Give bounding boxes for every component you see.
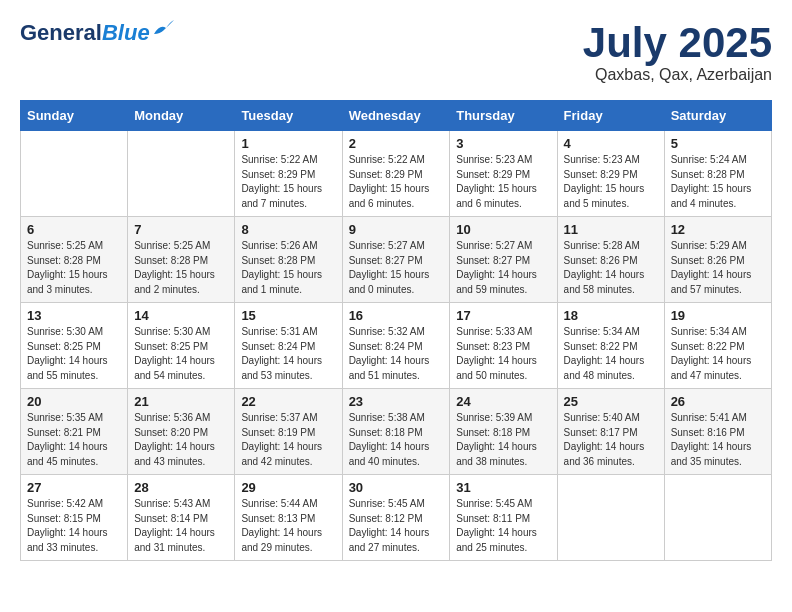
cell-info: Sunrise: 5:22 AM Sunset: 8:29 PM Dayligh…: [349, 153, 444, 211]
day-number: 2: [349, 136, 444, 151]
calendar-cell: 4Sunrise: 5:23 AM Sunset: 8:29 PM Daylig…: [557, 131, 664, 217]
calendar-cell: 14Sunrise: 5:30 AM Sunset: 8:25 PM Dayli…: [128, 303, 235, 389]
cell-info: Sunrise: 5:30 AM Sunset: 8:25 PM Dayligh…: [27, 325, 121, 383]
cell-info: Sunrise: 5:30 AM Sunset: 8:25 PM Dayligh…: [134, 325, 228, 383]
calendar-cell: [21, 131, 128, 217]
calendar-cell: [664, 475, 771, 561]
calendar-cell: 28Sunrise: 5:43 AM Sunset: 8:14 PM Dayli…: [128, 475, 235, 561]
calendar-cell: 16Sunrise: 5:32 AM Sunset: 8:24 PM Dayli…: [342, 303, 450, 389]
calendar-cell: 26Sunrise: 5:41 AM Sunset: 8:16 PM Dayli…: [664, 389, 771, 475]
day-number: 23: [349, 394, 444, 409]
calendar-cell: 7Sunrise: 5:25 AM Sunset: 8:28 PM Daylig…: [128, 217, 235, 303]
cell-info: Sunrise: 5:26 AM Sunset: 8:28 PM Dayligh…: [241, 239, 335, 297]
day-number: 31: [456, 480, 550, 495]
month-title: July 2025: [583, 20, 772, 66]
cell-info: Sunrise: 5:22 AM Sunset: 8:29 PM Dayligh…: [241, 153, 335, 211]
calendar-cell: 3Sunrise: 5:23 AM Sunset: 8:29 PM Daylig…: [450, 131, 557, 217]
cell-info: Sunrise: 5:28 AM Sunset: 8:26 PM Dayligh…: [564, 239, 658, 297]
cell-info: Sunrise: 5:36 AM Sunset: 8:20 PM Dayligh…: [134, 411, 228, 469]
calendar-cell: 30Sunrise: 5:45 AM Sunset: 8:12 PM Dayli…: [342, 475, 450, 561]
cell-info: Sunrise: 5:45 AM Sunset: 8:12 PM Dayligh…: [349, 497, 444, 555]
day-number: 11: [564, 222, 658, 237]
cell-info: Sunrise: 5:39 AM Sunset: 8:18 PM Dayligh…: [456, 411, 550, 469]
weekday-header-cell: Tuesday: [235, 101, 342, 131]
day-number: 14: [134, 308, 228, 323]
calendar-cell: 29Sunrise: 5:44 AM Sunset: 8:13 PM Dayli…: [235, 475, 342, 561]
day-number: 30: [349, 480, 444, 495]
cell-info: Sunrise: 5:41 AM Sunset: 8:16 PM Dayligh…: [671, 411, 765, 469]
cell-info: Sunrise: 5:23 AM Sunset: 8:29 PM Dayligh…: [564, 153, 658, 211]
cell-info: Sunrise: 5:37 AM Sunset: 8:19 PM Dayligh…: [241, 411, 335, 469]
logo: GeneralBlue: [20, 20, 174, 46]
calendar-cell: 9Sunrise: 5:27 AM Sunset: 8:27 PM Daylig…: [342, 217, 450, 303]
day-number: 10: [456, 222, 550, 237]
cell-info: Sunrise: 5:43 AM Sunset: 8:14 PM Dayligh…: [134, 497, 228, 555]
calendar-week-row: 1Sunrise: 5:22 AM Sunset: 8:29 PM Daylig…: [21, 131, 772, 217]
calendar-week-row: 20Sunrise: 5:35 AM Sunset: 8:21 PM Dayli…: [21, 389, 772, 475]
day-number: 25: [564, 394, 658, 409]
calendar-cell: 2Sunrise: 5:22 AM Sunset: 8:29 PM Daylig…: [342, 131, 450, 217]
cell-info: Sunrise: 5:23 AM Sunset: 8:29 PM Dayligh…: [456, 153, 550, 211]
calendar-cell: [128, 131, 235, 217]
weekday-header-cell: Thursday: [450, 101, 557, 131]
day-number: 13: [27, 308, 121, 323]
day-number: 1: [241, 136, 335, 151]
calendar-cell: 24Sunrise: 5:39 AM Sunset: 8:18 PM Dayli…: [450, 389, 557, 475]
calendar-cell: 12Sunrise: 5:29 AM Sunset: 8:26 PM Dayli…: [664, 217, 771, 303]
cell-info: Sunrise: 5:34 AM Sunset: 8:22 PM Dayligh…: [564, 325, 658, 383]
cell-info: Sunrise: 5:40 AM Sunset: 8:17 PM Dayligh…: [564, 411, 658, 469]
calendar-cell: 5Sunrise: 5:24 AM Sunset: 8:28 PM Daylig…: [664, 131, 771, 217]
cell-info: Sunrise: 5:31 AM Sunset: 8:24 PM Dayligh…: [241, 325, 335, 383]
day-number: 19: [671, 308, 765, 323]
day-number: 28: [134, 480, 228, 495]
calendar-cell: 13Sunrise: 5:30 AM Sunset: 8:25 PM Dayli…: [21, 303, 128, 389]
calendar-cell: 8Sunrise: 5:26 AM Sunset: 8:28 PM Daylig…: [235, 217, 342, 303]
calendar-cell: 6Sunrise: 5:25 AM Sunset: 8:28 PM Daylig…: [21, 217, 128, 303]
cell-info: Sunrise: 5:32 AM Sunset: 8:24 PM Dayligh…: [349, 325, 444, 383]
calendar-cell: [557, 475, 664, 561]
logo-text: GeneralBlue: [20, 21, 150, 45]
calendar-cell: 1Sunrise: 5:22 AM Sunset: 8:29 PM Daylig…: [235, 131, 342, 217]
calendar-cell: 21Sunrise: 5:36 AM Sunset: 8:20 PM Dayli…: [128, 389, 235, 475]
calendar-cell: 23Sunrise: 5:38 AM Sunset: 8:18 PM Dayli…: [342, 389, 450, 475]
logo-bird-icon: [152, 20, 174, 38]
day-number: 24: [456, 394, 550, 409]
day-number: 15: [241, 308, 335, 323]
cell-info: Sunrise: 5:34 AM Sunset: 8:22 PM Dayligh…: [671, 325, 765, 383]
cell-info: Sunrise: 5:33 AM Sunset: 8:23 PM Dayligh…: [456, 325, 550, 383]
title-block: July 2025 Qaxbas, Qax, Azerbaijan: [583, 20, 772, 84]
day-number: 4: [564, 136, 658, 151]
day-number: 17: [456, 308, 550, 323]
day-number: 21: [134, 394, 228, 409]
cell-info: Sunrise: 5:42 AM Sunset: 8:15 PM Dayligh…: [27, 497, 121, 555]
weekday-header-cell: Saturday: [664, 101, 771, 131]
calendar-body: 1Sunrise: 5:22 AM Sunset: 8:29 PM Daylig…: [21, 131, 772, 561]
cell-info: Sunrise: 5:45 AM Sunset: 8:11 PM Dayligh…: [456, 497, 550, 555]
weekday-header-cell: Monday: [128, 101, 235, 131]
cell-info: Sunrise: 5:44 AM Sunset: 8:13 PM Dayligh…: [241, 497, 335, 555]
day-number: 27: [27, 480, 121, 495]
day-number: 9: [349, 222, 444, 237]
calendar-cell: 17Sunrise: 5:33 AM Sunset: 8:23 PM Dayli…: [450, 303, 557, 389]
day-number: 29: [241, 480, 335, 495]
weekday-header-cell: Friday: [557, 101, 664, 131]
calendar-week-row: 6Sunrise: 5:25 AM Sunset: 8:28 PM Daylig…: [21, 217, 772, 303]
calendar-cell: 31Sunrise: 5:45 AM Sunset: 8:11 PM Dayli…: [450, 475, 557, 561]
day-number: 26: [671, 394, 765, 409]
calendar-week-row: 27Sunrise: 5:42 AM Sunset: 8:15 PM Dayli…: [21, 475, 772, 561]
day-number: 7: [134, 222, 228, 237]
calendar-cell: 25Sunrise: 5:40 AM Sunset: 8:17 PM Dayli…: [557, 389, 664, 475]
weekday-header-cell: Sunday: [21, 101, 128, 131]
calendar-cell: 11Sunrise: 5:28 AM Sunset: 8:26 PM Dayli…: [557, 217, 664, 303]
calendar-cell: 27Sunrise: 5:42 AM Sunset: 8:15 PM Dayli…: [21, 475, 128, 561]
cell-info: Sunrise: 5:25 AM Sunset: 8:28 PM Dayligh…: [134, 239, 228, 297]
day-number: 8: [241, 222, 335, 237]
cell-info: Sunrise: 5:29 AM Sunset: 8:26 PM Dayligh…: [671, 239, 765, 297]
cell-info: Sunrise: 5:38 AM Sunset: 8:18 PM Dayligh…: [349, 411, 444, 469]
day-number: 5: [671, 136, 765, 151]
cell-info: Sunrise: 5:27 AM Sunset: 8:27 PM Dayligh…: [349, 239, 444, 297]
day-number: 18: [564, 308, 658, 323]
calendar-week-row: 13Sunrise: 5:30 AM Sunset: 8:25 PM Dayli…: [21, 303, 772, 389]
calendar-cell: 19Sunrise: 5:34 AM Sunset: 8:22 PM Dayli…: [664, 303, 771, 389]
day-number: 12: [671, 222, 765, 237]
